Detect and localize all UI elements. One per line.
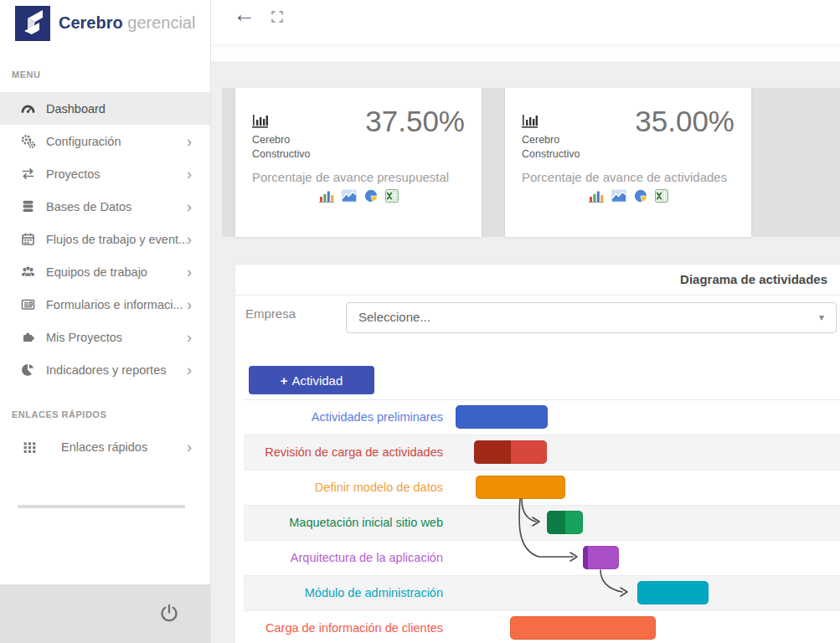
card-company: Cerebro Constructivo — [252, 133, 310, 162]
power-icon — [159, 613, 179, 625]
bar-chart-icon — [589, 193, 604, 205]
sidebar-item-formularios-e-informaci[interactable]: Formularios e informaci...› — [0, 288, 210, 321]
gantt-bar-definir-modelo-de-datos[interactable] — [476, 476, 565, 499]
sidebar-item-label: Dashboard — [46, 102, 197, 116]
kpi-value: 37.50% — [365, 105, 465, 138]
sidebar-item-indicadores-y-reportes[interactable]: Indicadores y reportes› — [0, 353, 210, 386]
sidebar-item-mis-proyectos[interactable]: Mis Proyectos› — [0, 321, 210, 353]
sidebar-item-label: Formularios e informaci... — [46, 298, 187, 311]
gantt-chart: Actividades preliminaresRevisión de carg… — [244, 399, 840, 643]
area-chart-link[interactable] — [611, 189, 626, 203]
area-chart-link[interactable] — [342, 189, 357, 203]
pie-chart-link[interactable] — [364, 189, 378, 203]
sidebar-item-bases-de-datos[interactable]: Bases de Datos› — [0, 190, 210, 223]
logout-button[interactable] — [158, 603, 180, 625]
card-company: Cerebro Constructivo — [522, 133, 580, 162]
gantt-bar-progress — [547, 511, 565, 534]
gantt-task-label: Revisión de carga de actividades — [244, 435, 443, 470]
sidebar-item-configuracion[interactable]: Configuración› — [0, 125, 210, 157]
sidebar-divider — [18, 505, 185, 508]
sidebar: Cerebro gerencial MENU DashboardConfigur… — [0, 0, 211, 643]
quick-links-section-header: ENLACES RÁPIDOS — [12, 409, 106, 419]
content-top-strip — [211, 44, 840, 61]
sidebar-item-label: Flujos de trabajo y event... — [46, 233, 187, 246]
gears-icon — [21, 134, 35, 148]
pie-chart-link[interactable] — [634, 189, 647, 203]
users-icon — [21, 265, 35, 279]
excel-export-link[interactable] — [655, 189, 668, 203]
card-company-line1: Cerebro — [252, 133, 310, 147]
excel-export-icon — [385, 193, 399, 205]
gantt-bar-maquetacion-inicial-sitio-web[interactable] — [547, 511, 583, 534]
chevron-right-icon: › — [187, 234, 197, 245]
sidebar-item-equipos-de-trabajo[interactable]: Equipos de trabajo› — [0, 255, 210, 288]
pie-chart-icon — [364, 193, 378, 205]
brand-name: Cerebro gerencial — [59, 13, 195, 33]
gantt-bar-actividades-preliminares[interactable] — [456, 405, 548, 429]
gantt-task-label: Carga de información de clientes — [244, 611, 443, 643]
sidebar-item-dashboard[interactable]: Dashboard — [0, 92, 210, 125]
brand-name-bold: Cerebro — [59, 13, 123, 32]
back-arrow-icon: ← — [233, 2, 255, 27]
card-export-links — [505, 189, 751, 203]
database-icon — [21, 199, 35, 213]
chevron-right-icon: › — [187, 136, 197, 147]
add-activity-button[interactable]: +Actividad — [249, 366, 374, 394]
sidebar-item-label: Configuración — [46, 135, 187, 148]
gantt-bar-modulo-de-administracion[interactable] — [637, 581, 709, 604]
sidebar-item-label: Enlaces rápidos — [50, 440, 187, 454]
sidebar-footer — [0, 584, 210, 643]
chevron-right-icon: › — [187, 168, 197, 180]
brand-logo-link[interactable]: Cerebro gerencial — [0, 0, 210, 46]
gantt-bar-progress — [583, 546, 588, 569]
brand-name-light: gerencial — [127, 13, 195, 32]
gantt-bar-arquitectura-de-la-aplicacion[interactable] — [583, 546, 619, 569]
activities-panel: Diagrama de actividades Empresa Seleccio… — [234, 264, 840, 643]
sidebar-item-flujos-de-trabajo-y-event[interactable]: Flujos de trabajo y event...› — [0, 223, 210, 255]
chevron-right-icon: › — [187, 266, 197, 278]
excel-export-link[interactable] — [385, 189, 399, 203]
form-icon — [21, 297, 35, 311]
app-root: Cerebro gerencial MENU DashboardConfigur… — [0, 0, 840, 643]
fullscreen-button[interactable] — [271, 11, 283, 23]
sidebar-nav: DashboardConfiguración›Proyectos›Bases d… — [0, 92, 210, 386]
gantt-task-label: Definir modelo de datos — [244, 471, 443, 505]
empresa-select-value: Seleccione... — [358, 310, 430, 324]
gantt-task-label: Maquetación inicial sitio web — [244, 506, 443, 540]
menu-section-header: MENU — [12, 69, 40, 80]
sidebar-item-enlaces-rapidos[interactable]: Enlaces rápidos› — [0, 430, 210, 463]
gantt-bar-revision-de-carga-de-actividades[interactable] — [474, 440, 547, 464]
empresa-select[interactable]: Seleccione... ▾ — [346, 302, 837, 333]
mini-bar-chart-icon — [252, 115, 269, 131]
sidebar-item-label: Equipos de trabajo — [46, 265, 187, 279]
brand-logo-icon — [15, 6, 50, 41]
gantt-bar-carga-de-informacion-de-clientes[interactable] — [510, 616, 656, 640]
chevron-right-icon: › — [187, 299, 197, 311]
card-company-line2: Constructivo — [522, 147, 580, 162]
grid-icon — [23, 440, 37, 454]
bar-chart-link[interactable] — [319, 189, 334, 203]
bar-chart-link[interactable] — [589, 189, 604, 203]
sidebar-item-label: Bases de Datos — [46, 200, 187, 213]
kpi-description: Porcentaje de avance presupuestal — [252, 170, 449, 184]
chevron-right-icon: › — [187, 364, 197, 376]
gantt-row: Maquetación inicial sitio web — [244, 506, 840, 541]
pie-icon — [21, 363, 35, 377]
sidebar-item-label: Mis Proyectos — [46, 331, 187, 344]
sidebar-item-proyectos[interactable]: Proyectos› — [0, 157, 210, 190]
chevron-down-icon: ▾ — [819, 303, 824, 332]
plus-icon: + — [281, 373, 288, 388]
card-company-line2: Constructivo — [252, 147, 310, 162]
puzzle-icon — [21, 330, 35, 344]
area-chart-icon — [611, 193, 626, 205]
panel-title: Diagrama de actividades — [235, 265, 840, 296]
back-button[interactable]: ← — [233, 2, 255, 28]
area-chart-icon — [342, 193, 357, 205]
chevron-right-icon: › — [187, 441, 197, 453]
card-company-line1: Cerebro — [522, 133, 580, 147]
gantt-bar-progress — [474, 440, 511, 464]
topbar: ← — [211, 0, 840, 44]
excel-export-icon — [655, 193, 668, 205]
kpi-value: 35.00% — [635, 105, 734, 138]
sidebar-item-label: Indicadores y reportes — [46, 363, 187, 377]
